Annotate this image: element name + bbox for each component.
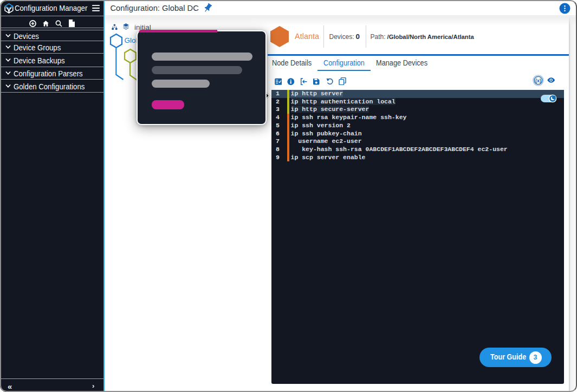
- svg-text:(x): (x): [535, 77, 541, 83]
